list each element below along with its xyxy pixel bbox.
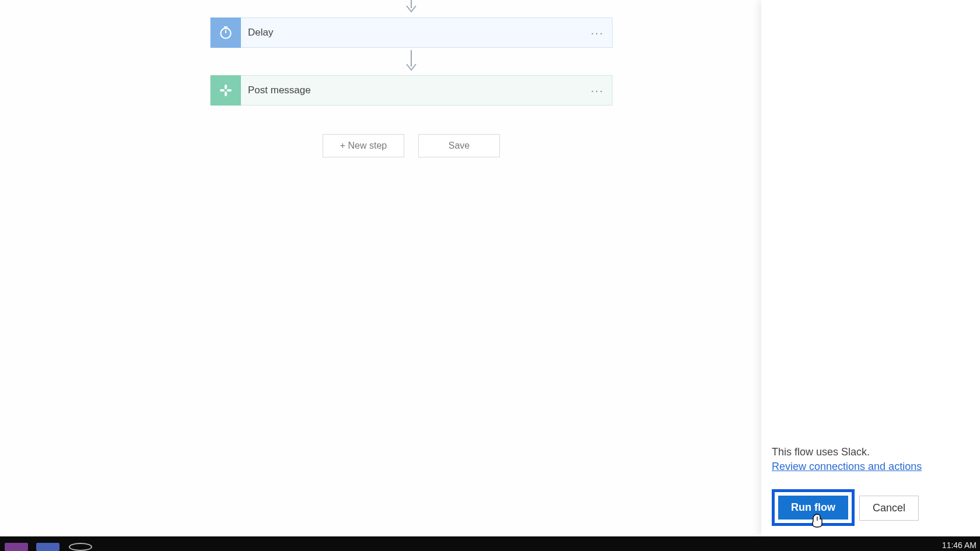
panel-buttons: Run flow Cancel: [772, 489, 970, 526]
flow-step-post-message[interactable]: Post message ···: [210, 75, 612, 106]
new-step-button[interactable]: + New step: [323, 134, 404, 157]
step-more-menu[interactable]: ···: [583, 26, 612, 40]
save-button[interactable]: Save: [418, 134, 500, 157]
taskbar-clock: 11:46 AM: [942, 541, 977, 550]
connector-arrow: [404, 50, 418, 75]
connector-arrow: [404, 0, 418, 16]
svg-rect-6: [225, 85, 227, 89]
taskbar: 11:46 AM: [0, 536, 980, 551]
svg-rect-7: [225, 92, 227, 96]
step-more-menu[interactable]: ···: [583, 84, 612, 97]
panel-info-text: This flow uses Slack.: [772, 446, 970, 458]
taskbar-app-icon[interactable]: [5, 543, 28, 551]
slack-icon: [211, 75, 241, 106]
review-connections-link[interactable]: Review connections and actions: [772, 461, 922, 473]
timer-icon: [211, 17, 241, 48]
svg-point-1: [220, 28, 230, 38]
flow-step-title: Delay: [241, 27, 583, 38]
run-flow-button[interactable]: Run flow: [778, 496, 848, 520]
run-flow-panel: This flow uses Slack. Review connections…: [761, 0, 980, 536]
flow-canvas[interactable]: Delay ··· Post message ···: [0, 0, 761, 536]
taskbar-app-icon[interactable]: [36, 543, 60, 551]
canvas-buttons: + New step Save: [323, 134, 500, 157]
cancel-button[interactable]: Cancel: [859, 496, 919, 521]
svg-rect-9: [227, 89, 232, 92]
taskbar-app-icon[interactable]: [69, 543, 92, 551]
panel-footer: This flow uses Slack. Review connections…: [772, 446, 970, 526]
run-flow-highlight: Run flow: [772, 489, 855, 526]
svg-rect-8: [220, 89, 225, 92]
flow-canvas-area: Delay ··· Post message ···: [0, 0, 761, 536]
flow-step-delay[interactable]: Delay ···: [210, 17, 612, 48]
flow-step-title: Post message: [241, 85, 583, 96]
